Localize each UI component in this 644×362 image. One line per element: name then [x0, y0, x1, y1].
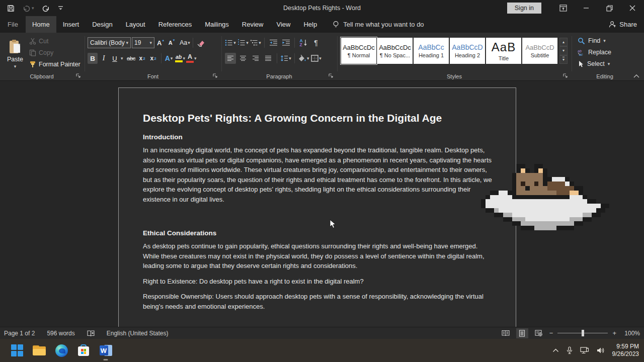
sort-button[interactable]: AZ — [298, 37, 309, 48]
style-title[interactable]: AaB Title — [486, 38, 521, 64]
styles-more-button[interactable]: ▾ — [559, 55, 568, 64]
word-taskbar-button[interactable]: W — [95, 339, 117, 362]
tab-file[interactable]: File — [0, 16, 26, 33]
style-normal[interactable]: AaBbCcDc ¶ Normal — [341, 38, 376, 64]
style-subtitle[interactable]: AaBbCcD Subtitle — [522, 38, 557, 64]
replace-button[interactable]: abac Replace — [578, 47, 611, 57]
collapse-ribbon-icon — [633, 74, 639, 78]
close-button[interactable] — [621, 0, 644, 16]
clock-date: 9/26/2023 — [612, 350, 639, 358]
zoom-slider-thumb[interactable] — [582, 330, 584, 336]
paragraph-dialog-launcher[interactable] — [329, 73, 334, 78]
zoom-level[interactable]: 100% — [621, 330, 640, 337]
proofing-status-button[interactable] — [87, 330, 95, 337]
multilevel-list-button[interactable]: ▾ — [250, 37, 261, 48]
shrink-font-button[interactable]: A▾ — [167, 37, 177, 48]
language-indicator[interactable]: English (United States) — [107, 330, 169, 337]
zoom-slider[interactable] — [557, 330, 608, 336]
tab-home[interactable]: Home — [26, 16, 56, 33]
tab-design[interactable]: Design — [86, 16, 119, 33]
align-right-button[interactable] — [250, 53, 261, 64]
line-spacing-icon — [280, 55, 288, 62]
redo-button[interactable] — [42, 5, 50, 12]
italic-button[interactable]: I — [99, 53, 109, 64]
tab-layout[interactable]: Layout — [119, 16, 152, 33]
desktop-pet-cat-on-pillow[interactable] — [481, 164, 614, 230]
tab-mailings[interactable]: Mailings — [198, 16, 235, 33]
style-heading-1[interactable]: AaBbCc Heading 1 — [414, 38, 449, 64]
decrease-indent-button[interactable] — [268, 37, 279, 48]
justify-button[interactable] — [263, 53, 274, 64]
edge-button[interactable] — [50, 339, 72, 362]
save-button[interactable] — [7, 5, 15, 12]
find-button[interactable]: Find ▾ — [578, 36, 611, 46]
font-dialog-launcher[interactable] — [213, 73, 218, 78]
line-spacing-button[interactable]: ▾ — [280, 53, 291, 64]
show-formatting-button[interactable]: ¶ — [310, 37, 321, 48]
window-title: Desktop Pets Rights - Word — [283, 0, 361, 16]
start-button[interactable] — [6, 339, 28, 362]
document-title: Desktop Pets' Rights: A Growing Concern … — [143, 112, 492, 125]
tab-review[interactable]: Review — [235, 16, 270, 33]
speaker-icon — [597, 347, 605, 354]
network-tray-button[interactable] — [580, 347, 589, 354]
shading-button[interactable]: ▾ — [298, 53, 309, 64]
font-size-combo[interactable]: 19 ▾ — [132, 37, 154, 48]
borders-button[interactable]: ▾ — [311, 53, 322, 64]
subscript-button[interactable]: x2 — [137, 53, 147, 64]
clear-formatting-button[interactable] — [196, 37, 206, 48]
grow-font-button[interactable]: A▴ — [155, 37, 166, 48]
highlight-button[interactable]: ab ▾ — [175, 53, 186, 64]
tab-insert[interactable]: Insert — [56, 16, 86, 33]
zoom-in-button[interactable]: + — [612, 329, 616, 337]
style-no-spacing[interactable]: AaBbCcDc ¶ No Spac... — [377, 38, 413, 64]
zoom-out-button[interactable]: − — [549, 329, 553, 337]
restore-button[interactable] — [598, 0, 621, 16]
tell-me-box[interactable]: Tell me what you want to do — [333, 16, 424, 33]
bold-button[interactable]: B — [88, 53, 98, 64]
taskbar-clock[interactable]: 9:59 PM 9/26/2023 — [612, 343, 639, 358]
print-layout-button[interactable] — [516, 328, 528, 338]
volume-tray-button[interactable] — [597, 347, 605, 354]
select-button[interactable]: Select ▾ — [578, 59, 611, 69]
superscript-button[interactable]: x2 — [148, 53, 158, 64]
underline-button[interactable]: U — [110, 53, 120, 64]
word-count[interactable]: 596 words — [47, 330, 74, 337]
tab-help[interactable]: Help — [297, 16, 324, 33]
styles-dialog-launcher[interactable] — [563, 73, 568, 78]
page-indicator[interactable]: Page 1 of 2 — [4, 330, 35, 337]
change-case-button[interactable]: Aa▾ — [180, 37, 190, 48]
collapse-ribbon-button[interactable] — [633, 74, 639, 78]
ribbon-display-options-button[interactable] — [551, 0, 575, 16]
microphone-tray-button[interactable] — [567, 346, 573, 354]
tab-references[interactable]: References — [152, 16, 198, 33]
customize-qat-button[interactable] — [58, 5, 63, 11]
share-button[interactable]: Share — [609, 16, 637, 33]
paste-button[interactable]: Paste ▾ — [4, 36, 26, 72]
grow-font-arrow-icon: ▴ — [162, 38, 164, 42]
minimize-button[interactable] — [575, 0, 598, 16]
numbering-button[interactable]: ▾ — [237, 37, 249, 48]
sign-in-button[interactable]: Sign in — [507, 3, 541, 14]
read-mode-button[interactable] — [500, 328, 512, 338]
clipboard-dialog-launcher[interactable] — [76, 73, 81, 78]
align-center-button[interactable] — [237, 53, 249, 64]
text-effects-button[interactable]: A▾ — [164, 53, 174, 64]
align-left-button[interactable] — [225, 53, 236, 64]
microsoft-store-button[interactable] — [72, 339, 95, 362]
tab-view[interactable]: View — [270, 16, 297, 33]
file-explorer-button[interactable] — [28, 339, 50, 362]
font-name-combo[interactable]: Calibri (Body ▾ — [88, 37, 131, 48]
web-layout-button[interactable] — [533, 328, 545, 338]
styles-scroll-up-button[interactable]: ▴ — [559, 38, 568, 46]
underline-caret-icon[interactable]: ▾ — [121, 56, 123, 61]
document-page[interactable]: Desktop Pets' Rights: A Growing Concern … — [118, 87, 516, 327]
style-heading-2[interactable]: AaBbCcD Heading 2 — [450, 38, 485, 64]
tray-chevron-button[interactable] — [552, 348, 559, 352]
font-color-button[interactable]: A ▾ — [186, 53, 197, 64]
styles-scroll-down-button[interactable]: ▾ — [559, 46, 568, 55]
increase-indent-button[interactable] — [280, 37, 291, 48]
format-painter-button[interactable]: Format Painter — [29, 60, 80, 68]
bullets-button[interactable]: ▾ — [225, 37, 236, 48]
strikethrough-button[interactable]: abc — [126, 53, 136, 64]
